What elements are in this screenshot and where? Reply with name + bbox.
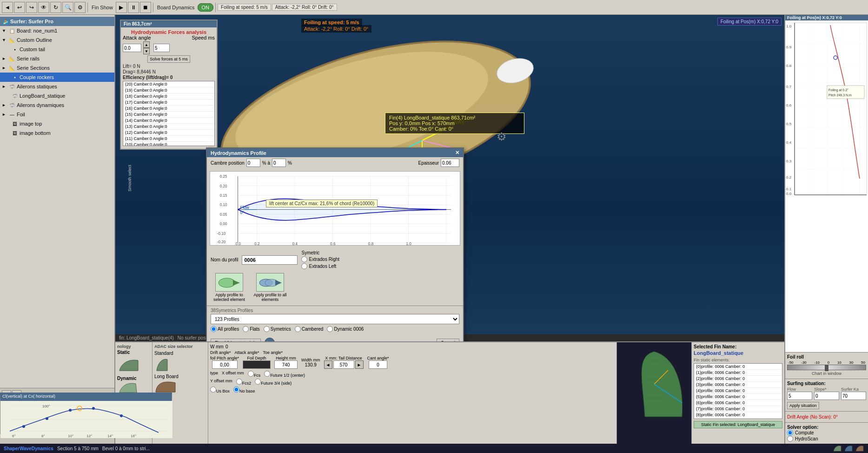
tree-item-surfer[interactable]: 🏄 Surfer: Surfer Pro: [0, 17, 114, 26]
extrados-right-radio[interactable]: Extrados Right: [301, 256, 339, 262]
speed-input[interactable]: [153, 44, 170, 52]
fin-profile-item[interactable]: (4)profile: 0006 Camber: 0: [694, 388, 782, 394]
svg-text:16°: 16°: [131, 434, 136, 438]
profile-list-item[interactable]: (17) Camber:0 Angle:0: [123, 100, 214, 106]
fin-profiles-list[interactable]: (0)profile: 0006 Camber: 0(1)profile: 00…: [694, 363, 782, 419]
future-34-radio[interactable]: Future 3/4 (side): [255, 379, 292, 386]
x-right-btn[interactable]: ►: [355, 360, 364, 369]
attack-input[interactable]: [123, 44, 141, 52]
tree-item-board[interactable]: ▼ 📋 Board: noe_num1: [0, 26, 114, 35]
fin-profile-item[interactable]: (2)profile: 0006 Camber: 0: [694, 376, 782, 382]
viewport-3d[interactable]: Fps: 67 Foiling at Pos(m) X:0,72 Y:0: [115, 15, 784, 341]
profile-list-item[interactable]: (20) Camber:0 Angle:0: [123, 81, 214, 87]
no-base-radio[interactable]: No base: [233, 386, 255, 393]
tree-item-image-bottom[interactable]: 🖼 image bottom: [0, 128, 114, 138]
profile-list-item[interactable]: (12) Camber:0 Angle:0: [123, 130, 214, 136]
zoom-btn[interactable]: 🔍: [62, 2, 73, 13]
future-half-radio[interactable]: Future 1/2 (center): [264, 371, 305, 378]
cancel-btn[interactable]: Cancel: [437, 339, 459, 342]
rotate-btn[interactable]: ↻: [50, 2, 61, 13]
fin-profile-item[interactable]: (5)profile: 0006 Camber: 0: [694, 394, 782, 400]
epaisseur-input[interactable]: [441, 159, 459, 167]
fcs-radio[interactable]: Fcs: [248, 371, 261, 378]
fcs2-text: Fcs2: [242, 381, 252, 386]
tree-item-ailerons-stat[interactable]: ► 🦈 Ailerons statiques: [0, 82, 114, 91]
compute-radio[interactable]: Compute: [787, 430, 866, 436]
fcs2-radio[interactable]: Fcs2: [236, 379, 252, 386]
extrados-left-radio[interactable]: Extrados Left: [301, 263, 336, 269]
pause-btn[interactable]: ⏸: [128, 2, 139, 13]
fin-profile-item[interactable]: (6)profile: 0006 Camber: 0: [694, 400, 782, 406]
x-left-btn[interactable]: ◄: [324, 360, 332, 369]
sep2: [153, 3, 153, 12]
stop-btn[interactable]: ⏹: [140, 2, 151, 13]
cant-input[interactable]: [369, 360, 387, 369]
profiles-dropdown[interactable]: 123 Profiles: [211, 314, 459, 324]
undo-btn[interactable]: ↩: [14, 2, 25, 13]
close-panel-icon[interactable]: ✕: [455, 150, 459, 156]
hydroscan-radio[interactable]: HydroScan: [787, 436, 866, 442]
apply-all-btn[interactable]: Apply profile to all elements: [252, 273, 289, 302]
tree-item-image-top[interactable]: 🖼 image top: [0, 119, 114, 128]
flats-radio[interactable]: Flats: [243, 326, 260, 332]
fin-profile-item[interactable]: (3)profile: 0006 Camber: 0: [694, 382, 782, 388]
profile-list-item[interactable]: (14) Camber:0 Angle:0: [123, 118, 214, 124]
play-btn[interactable]: ▶: [116, 2, 127, 13]
epaisseur-label: Epaisseur: [418, 160, 439, 166]
fin-profile-item[interactable]: (7)profile: 0006 Camber: 0: [694, 406, 782, 412]
profile-list-item[interactable]: (10) Camber:0 Angle:0: [123, 142, 214, 146]
static-elements-label: Fin static elements:: [694, 358, 782, 362]
profile-list-item[interactable]: (11) Camber:0 Angle:0: [123, 136, 214, 142]
apply-situation-btn[interactable]: Apply situation: [787, 402, 819, 409]
profile-list-item[interactable]: (13) Camber:0 Angle:0: [123, 124, 214, 130]
fin-profile-item[interactable]: (1)profile: 0006 Camber: 0: [694, 370, 782, 376]
attack-up-btn[interactable]: ▲: [143, 41, 150, 48]
flow-input[interactable]: [787, 392, 812, 400]
profile-list[interactable]: (20) Camber:0 Angle:0(19) Camber:0 Angle…: [123, 81, 215, 146]
back-btn[interactable]: ◄: [2, 2, 13, 13]
svg-text:8°: 8°: [41, 434, 45, 438]
profile-list-item[interactable]: (18) Camber:0 Angle:0: [123, 93, 214, 100]
cambre-input[interactable]: [246, 159, 260, 167]
tree-item-longboard[interactable]: 🦈 LongBoard_statique: [0, 91, 114, 100]
apply-selected-btn[interactable]: Apply profile to selected element: [211, 273, 248, 302]
tree-item-ailerons-dyn[interactable]: ► 🦈 Ailerons dynamiques: [0, 100, 114, 110]
tree-item-couple-rockers[interactable]: ▪ Couple rockers: [0, 73, 114, 82]
redo-btn[interactable]: ↪: [26, 2, 37, 13]
cambered-radio[interactable]: Cambered: [295, 326, 324, 332]
tutorials-btn[interactable]: Fins Videos tutorials: [211, 339, 261, 342]
tutorials-icon[interactable]: ▶: [265, 338, 275, 341]
tree-item-foil[interactable]: ► — Foil: [0, 110, 114, 119]
tree-item-serie-sections[interactable]: ► 📐 Serie Sections: [0, 63, 114, 73]
apply-all-label: Apply profile to all elements: [252, 293, 289, 302]
fin-profile-item[interactable]: (9)profile: 0006 Camber: 0: [694, 418, 782, 419]
cl-cx-svg: 6° 8° 10° 12° 14° 16° 100°: [0, 401, 172, 438]
height-input[interactable]: [274, 360, 298, 369]
mode-btn[interactable]: ⚙: [74, 2, 86, 13]
attack-down-btn[interactable]: ▼: [143, 48, 150, 54]
x-input[interactable]: [333, 360, 354, 369]
sections-expand: ►: [2, 66, 7, 70]
tree-item-serie-rails[interactable]: ► 📐 Serie rails: [0, 54, 114, 63]
tree-item-custom-tail[interactable]: ▪ Custom tail: [0, 45, 114, 54]
roll-slider[interactable]: [787, 365, 866, 370]
dynamic-radio[interactable]: Dynamic 0006: [327, 326, 364, 332]
profile-name-input[interactable]: [242, 255, 298, 265]
cambre-pos-input[interactable]: [272, 159, 286, 167]
view-btn[interactable]: 👁: [38, 2, 49, 13]
foil-pitch-input[interactable]: [212, 360, 238, 369]
symetrics-radio[interactable]: Symetrics: [264, 326, 291, 332]
solve-btn[interactable]: Solve forces at 5 ms: [147, 55, 190, 63]
slope-input[interactable]: [814, 392, 839, 400]
all-profiles-label: All profiles: [218, 326, 239, 332]
profile-list-item[interactable]: (16) Camber:0 Angle:0: [123, 106, 214, 112]
ka-input[interactable]: [841, 392, 866, 400]
tree-item-custom-outline[interactable]: ▼ 📐 Custom Outline: [0, 35, 114, 45]
profile-list-item[interactable]: (19) Camber:0 Angle:0: [123, 87, 214, 93]
us-box-radio[interactable]: Us Box: [210, 386, 230, 393]
fin-profile-item[interactable]: (8)profile: 0006 Camber: 0: [694, 412, 782, 418]
all-profiles-radio[interactable]: All profiles: [211, 326, 239, 332]
fin-profile-item[interactable]: (0)profile: 0006 Camber: 0: [694, 364, 782, 370]
profile-list-item[interactable]: (15) Camber:0 Angle:0: [123, 112, 214, 118]
toggle-on-btn[interactable]: ON: [198, 3, 214, 12]
